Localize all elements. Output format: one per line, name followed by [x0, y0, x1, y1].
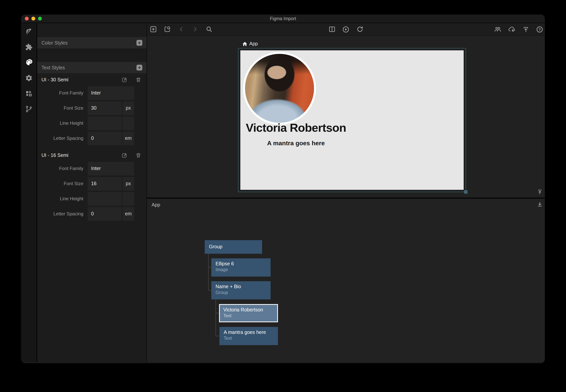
tree-node-type: Group [216, 290, 266, 295]
field-label: Font Family [37, 86, 87, 100]
text-styles-title: Text Styles [42, 65, 65, 70]
artboard-title[interactable]: Victoria Robertson [246, 121, 346, 135]
line-height-unit[interactable] [122, 117, 134, 130]
font-size-unit[interactable]: px [122, 101, 134, 115]
line-height-input[interactable] [87, 192, 122, 206]
artboard-text: Victoria Robertson A mantra goes here [246, 121, 346, 147]
text-style-name: UI - 30 Semi [42, 77, 113, 83]
desktop: Figma Import [0, 0, 566, 392]
letter-spacing-row: Letter Spacing 0 em [37, 207, 146, 221]
color-styles-section-header: Color Styles + [37, 37, 146, 48]
text-style-row: UI - 16 Semi [37, 150, 146, 161]
font-family-input[interactable]: Inter [87, 86, 134, 100]
version-branch-icon[interactable] [21, 101, 37, 117]
letter-spacing-unit[interactable]: em [122, 132, 134, 145]
font-size-row: Font Size 16 px [37, 177, 146, 191]
field-label: Line Height [37, 117, 87, 130]
tree-node-label: Victoria Robertson [223, 307, 274, 313]
canvas-area[interactable]: App Victoria Robertson A mantra goes her… [147, 36, 545, 197]
nav-back-icon[interactable] [177, 26, 185, 33]
import-inspect-icon[interactable] [164, 26, 171, 33]
tree-node-mantra[interactable]: A mantra goes here Text [219, 327, 278, 345]
window-title: Figma Import [21, 16, 545, 21]
font-size-row: Font Size 30 px [37, 101, 146, 115]
field-label: Line Height [37, 192, 87, 206]
field-label: Font Size [37, 101, 87, 115]
line-height-input[interactable] [87, 117, 122, 130]
line-height-row: Line Height [37, 117, 146, 130]
artboard[interactable]: Victoria Robertson A mantra goes here [240, 50, 464, 190]
delete-style-icon[interactable] [136, 153, 141, 158]
collapse-panel-down-icon[interactable] [536, 201, 543, 208]
edit-style-icon[interactable] [122, 153, 127, 158]
tree-node-type: Text [223, 313, 274, 318]
letter-spacing-unit[interactable]: em [122, 207, 134, 221]
tree-panel-title: App [152, 202, 160, 208]
settings-gear-icon[interactable] [21, 70, 37, 86]
plugins-puzzle-icon[interactable] [21, 39, 37, 55]
letter-spacing-input[interactable]: 0 [87, 207, 122, 221]
font-size-input[interactable]: 30 [87, 101, 122, 115]
tree-node-label: Ellipse 6 [216, 261, 266, 266]
font-family-row: Font Family Inter [37, 86, 146, 100]
text-style-row: UI - 30 Semi [37, 74, 146, 86]
app-window: Figma Import [21, 15, 545, 363]
field-label: Letter Spacing [37, 132, 87, 145]
tree-node-type: Image [216, 267, 266, 272]
icon-rail [21, 23, 37, 362]
font-size-unit[interactable]: px [122, 177, 134, 191]
tree-connector [208, 254, 209, 291]
field-label: Letter Spacing [37, 207, 87, 221]
letter-spacing-input[interactable]: 0 [87, 132, 122, 145]
add-color-style-button[interactable]: + [136, 40, 142, 46]
titlebar: Figma Import [21, 15, 545, 23]
line-height-unit[interactable] [122, 192, 134, 206]
line-height-row: Line Height [37, 192, 146, 206]
font-family-input[interactable]: Inter [87, 162, 134, 175]
search-icon[interactable] [205, 26, 212, 33]
breadcrumb[interactable]: App [242, 41, 258, 46]
tree-node-group[interactable]: Group [205, 240, 262, 254]
nav-forward-icon[interactable] [191, 26, 199, 33]
resize-handle[interactable] [464, 190, 467, 194]
cloud-sync-icon[interactable] [508, 26, 515, 33]
field-label: Font Family [37, 162, 87, 175]
tree-node-type: Text [224, 336, 274, 340]
play-icon[interactable] [342, 26, 349, 33]
tree-connector [208, 267, 211, 268]
upload-icon[interactable] [522, 26, 529, 33]
tree-node-name-bio[interactable]: Name + Bio Group [211, 281, 271, 299]
assets-export-icon[interactable] [21, 86, 37, 101]
add-frame-icon[interactable] [150, 26, 157, 33]
profile-photo[interactable] [243, 52, 316, 125]
refresh-icon[interactable] [356, 26, 363, 33]
breadcrumb-label: App [249, 41, 258, 46]
split-view-icon[interactable] [328, 26, 335, 33]
help-icon[interactable]: ? [536, 26, 543, 33]
svg-text:?: ? [538, 27, 541, 31]
tree-connector [216, 313, 219, 313]
artboard-subtitle[interactable]: A mantra goes here [246, 140, 346, 147]
color-styles-title: Color Styles [42, 40, 68, 45]
collaborators-icon[interactable] [494, 26, 501, 33]
styles-palette-icon[interactable] [21, 55, 37, 70]
toolbar: ? [147, 23, 545, 36]
tree-node-victoria-selected[interactable]: Victoria Robertson Text [219, 304, 278, 322]
home-icon [242, 41, 247, 46]
text-styles-section-header: Text Styles + [37, 62, 146, 73]
layer-tree-panel: App Group [147, 199, 545, 362]
tree-connector [216, 336, 219, 336]
font-size-input[interactable]: 16 [87, 177, 122, 191]
edit-style-icon[interactable] [122, 77, 127, 83]
tree-node-label: Group [209, 240, 258, 254]
tree-node-label: Name + Bio [216, 284, 266, 289]
font-family-row: Font Family Inter [37, 162, 146, 175]
tree-node-ellipse[interactable]: Ellipse 6 Image [211, 258, 271, 277]
add-text-style-button[interactable]: + [136, 65, 142, 70]
tree-connector [216, 299, 216, 336]
styles-panel: Color Styles + Text Styles + UI - 30 Sem… [37, 23, 147, 362]
delete-style-icon[interactable] [136, 77, 141, 83]
vector-flow-icon[interactable] [21, 24, 37, 39]
collapse-panel-up-icon[interactable] [536, 188, 543, 195]
field-label: Font Size [37, 177, 87, 191]
